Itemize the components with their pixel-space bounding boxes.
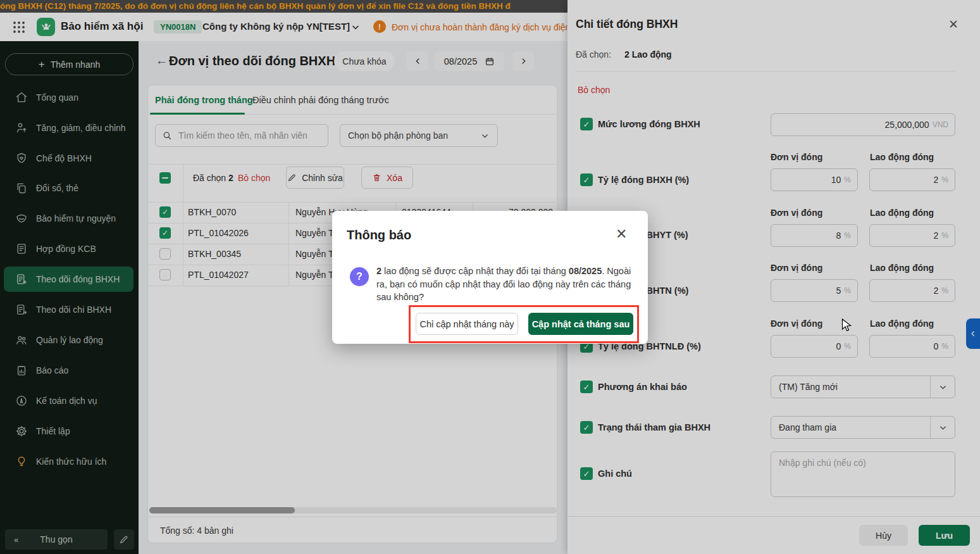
modal-message-part1: lao động sẽ được cập nhật thay đổi tại t… — [381, 266, 569, 276]
modal-title: Thông báo — [347, 228, 411, 242]
app-screen: óng BHXH (C12) tháng 7/2025, do đó đơn v… — [0, 0, 980, 554]
modal-message: 2 lao động sẽ được cập nhật thay đổi tại… — [376, 265, 636, 304]
modal-message-month: 08/2025 — [569, 266, 602, 276]
question-icon: ? — [350, 267, 369, 286]
mouse-cursor — [841, 318, 852, 332]
annotation-highlight-box — [409, 305, 639, 343]
modal-close-icon[interactable]: ✕ — [616, 227, 627, 241]
modal-message-count: 2 — [376, 266, 381, 276]
